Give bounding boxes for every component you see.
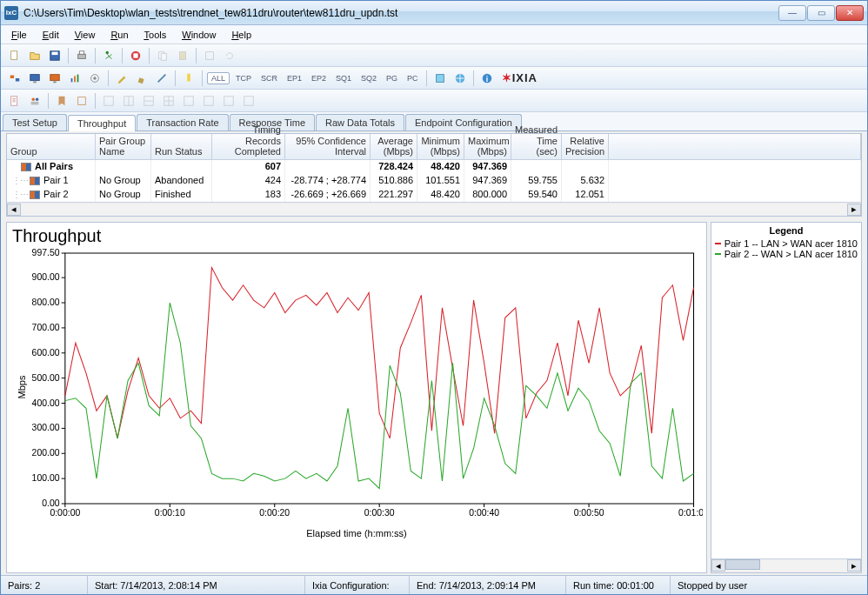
print-icon[interactable] bbox=[73, 47, 90, 64]
chart-icon[interactable] bbox=[66, 70, 83, 87]
bookmark-icon[interactable] bbox=[53, 92, 70, 110]
col-header[interactable]: 95% Confidence Interval bbox=[285, 134, 371, 160]
pair-icon[interactable] bbox=[6, 70, 23, 87]
svg-rect-40 bbox=[244, 96, 254, 105]
grid6-icon[interactable] bbox=[200, 92, 217, 110]
grid4-icon[interactable] bbox=[160, 92, 177, 110]
tab-endpoint-configuration[interactable]: Endpoint Configuration bbox=[405, 114, 522, 130]
toolbar-view: ALL TCP SCR EP1 EP2 SQ1 SQ2 PG PC i ✶IXI… bbox=[1, 67, 867, 90]
settings-icon[interactable] bbox=[86, 70, 103, 87]
menu-tools[interactable]: Tools bbox=[137, 28, 174, 42]
menu-view[interactable]: View bbox=[68, 28, 103, 42]
view-all-button[interactable]: ALL bbox=[207, 72, 230, 84]
stop-icon[interactable] bbox=[127, 47, 144, 64]
monitor1-icon[interactable] bbox=[26, 70, 43, 87]
info-icon[interactable]: i bbox=[478, 70, 496, 87]
legend-item[interactable]: Pair 2 -- WAN > LAN acer 1810 bbox=[711, 249, 861, 259]
open-icon[interactable] bbox=[26, 47, 43, 64]
export-icon[interactable] bbox=[201, 47, 218, 64]
legend-hscroll[interactable]: ◂ ▸ bbox=[711, 558, 861, 572]
svg-rect-39 bbox=[224, 96, 234, 105]
svg-text:0:00:10: 0:00:10 bbox=[155, 508, 185, 518]
users-icon[interactable] bbox=[26, 92, 43, 110]
view-sq2[interactable]: SQ2 bbox=[357, 71, 380, 85]
grid2-icon[interactable] bbox=[120, 92, 137, 110]
legend-scroll-right-icon[interactable]: ▸ bbox=[847, 559, 861, 572]
col-header[interactable]: Relative Precision bbox=[562, 134, 609, 160]
view-tcp[interactable]: TCP bbox=[232, 71, 255, 85]
minimize-button[interactable]: — bbox=[778, 5, 806, 21]
grid3-icon[interactable] bbox=[140, 92, 157, 110]
menu-window[interactable]: Window bbox=[175, 28, 223, 42]
view-sq1[interactable]: SQ1 bbox=[332, 71, 355, 85]
chart-panel: Throughput Mbps 0.00100.00200.00300.0040… bbox=[6, 222, 707, 573]
refresh-icon[interactable] bbox=[221, 47, 238, 64]
svg-rect-37 bbox=[184, 96, 194, 105]
svg-point-29 bbox=[32, 97, 36, 101]
svg-rect-4 bbox=[79, 50, 83, 54]
menu-edit[interactable]: Edit bbox=[36, 28, 66, 42]
menu-file[interactable]: File bbox=[4, 28, 34, 42]
table-row[interactable]: ⋮⋯Pair 1No GroupAbandoned424-28.774 ; +2… bbox=[7, 174, 861, 188]
view-ep1[interactable]: EP1 bbox=[284, 71, 305, 85]
copy-icon[interactable] bbox=[154, 47, 171, 64]
menu-run[interactable]: Run bbox=[103, 28, 135, 42]
report-icon[interactable] bbox=[431, 70, 449, 87]
legend-scroll-left-icon[interactable]: ◂ bbox=[711, 559, 725, 572]
pair-icon bbox=[21, 163, 31, 171]
ixia-logo: ✶IXIA bbox=[502, 71, 537, 84]
wand-icon[interactable] bbox=[113, 70, 130, 87]
view-pg[interactable]: PG bbox=[383, 71, 401, 85]
wizard-icon[interactable] bbox=[153, 70, 170, 87]
menubar: FileEditViewRunToolsWindowHelp bbox=[1, 25, 867, 44]
tab-throughput[interactable]: Throughput bbox=[68, 115, 136, 131]
svg-text:200.00: 200.00 bbox=[32, 448, 60, 458]
col-header[interactable]: Minimum (Mbps) bbox=[417, 134, 464, 160]
col-header[interactable]: Measured Time (sec) bbox=[511, 134, 562, 160]
highlight-icon[interactable] bbox=[180, 70, 197, 87]
view-scr[interactable]: SCR bbox=[257, 71, 281, 85]
svg-text:400.00: 400.00 bbox=[32, 398, 60, 408]
view-pc[interactable]: PC bbox=[404, 71, 422, 85]
edit-icon[interactable] bbox=[133, 70, 150, 87]
legend-item[interactable]: Pair 1 -- LAN > WAN acer 1810 bbox=[711, 238, 861, 249]
save-icon[interactable] bbox=[46, 47, 63, 64]
table-row[interactable]: All Pairs607728.42448.420947.369 bbox=[7, 160, 861, 174]
svg-rect-13 bbox=[16, 78, 19, 82]
svg-rect-7 bbox=[133, 53, 137, 57]
script-icon[interactable] bbox=[6, 92, 23, 110]
tab-raw-data-totals[interactable]: Raw Data Totals bbox=[316, 114, 404, 130]
grid7-icon[interactable] bbox=[220, 92, 237, 110]
tab-transaction-rate[interactable]: Transaction Rate bbox=[137, 114, 228, 130]
col-header[interactable]: Maximum (Mbps) bbox=[464, 134, 511, 160]
scroll-left-icon[interactable]: ◂ bbox=[7, 204, 21, 216]
grid1-icon[interactable] bbox=[100, 92, 117, 110]
paste-icon[interactable] bbox=[174, 47, 191, 64]
run-icon[interactable] bbox=[100, 47, 117, 64]
svg-rect-17 bbox=[53, 81, 57, 83]
scroll-right-icon[interactable]: ▸ bbox=[847, 204, 861, 216]
col-header[interactable]: Average (Mbps) bbox=[371, 134, 417, 160]
menu-help[interactable]: Help bbox=[224, 28, 258, 42]
close-button[interactable]: ✕ bbox=[836, 5, 864, 21]
col-header[interactable]: Timing Records Completed bbox=[212, 134, 285, 160]
grid-hscroll[interactable]: ◂ ▸ bbox=[7, 202, 861, 216]
chart-title: Throughput bbox=[12, 226, 703, 246]
tab-test-setup[interactable]: Test Setup bbox=[3, 114, 67, 130]
mark-icon[interactable] bbox=[73, 92, 90, 110]
grid5-icon[interactable] bbox=[180, 92, 197, 110]
grid8-icon[interactable] bbox=[240, 92, 257, 110]
col-header[interactable]: Run Status bbox=[151, 134, 212, 160]
svg-rect-19 bbox=[74, 76, 76, 82]
svg-rect-9 bbox=[161, 53, 166, 60]
globe-icon[interactable] bbox=[451, 70, 469, 87]
col-header[interactable]: Pair Group Name bbox=[96, 134, 151, 160]
view-ep2[interactable]: EP2 bbox=[308, 71, 330, 85]
svg-text:0:00:40: 0:00:40 bbox=[469, 508, 499, 518]
new-icon[interactable] bbox=[6, 47, 23, 64]
col-header[interactable]: Group bbox=[7, 134, 96, 160]
svg-rect-15 bbox=[33, 81, 37, 83]
maximize-button[interactable]: ▭ bbox=[807, 5, 835, 21]
monitor2-icon[interactable] bbox=[46, 70, 63, 87]
table-row[interactable]: ⋮⋯Pair 2No GroupFinished183-26.669 ; +26… bbox=[7, 188, 861, 202]
